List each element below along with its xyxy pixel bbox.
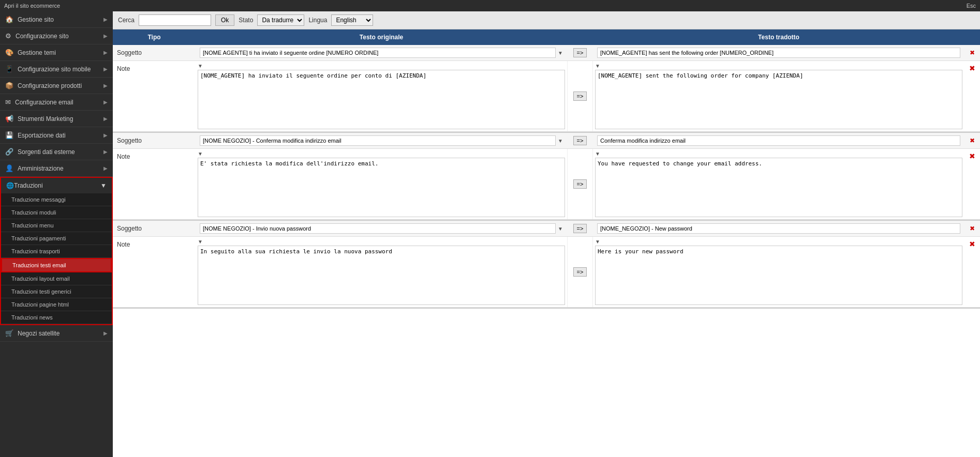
delete-subject-1[interactable]: ✖ — [964, 47, 980, 59]
marketing-icon: 📢 — [5, 115, 13, 123]
chevron-right-icon: ▶ — [103, 83, 108, 88]
col-tipo: Tipo — [113, 32, 196, 42]
chevron-down-icon[interactable]: ▼ — [558, 226, 563, 232]
sidebar-item-configurazione-sito-mobile[interactable]: 📱 Configurazione sito mobile ▶ — [0, 61, 113, 78]
lingua-label: Lingua — [308, 17, 327, 24]
note-orig-cell-3: ▼ In seguito alla sua richiesta le invio… — [196, 237, 567, 307]
email-icon: ✉ — [5, 98, 11, 106]
chevron-right-icon: ▶ — [103, 330, 108, 336]
sidebar-item-label: Configurazione sito — [16, 33, 69, 40]
table-body: Soggetto ▼ => ✖ Note — [113, 45, 980, 457]
sidebar-item-configurazione-sito[interactable]: ⚙ Configurazione sito ▶ — [0, 28, 113, 44]
traduzioni-sub-items: Traduzione messaggi Traduzioni moduli Tr… — [1, 193, 112, 324]
exit-label[interactable]: Esc — [967, 3, 976, 9]
traduzioni-header[interactable]: 🌐 Traduzioni ▼ — [1, 178, 112, 193]
lingua-select[interactable]: English Italiano Francese Tedesco — [331, 14, 373, 26]
subject-orig-input-2[interactable] — [200, 135, 556, 146]
sidebar-item-amministrazione[interactable]: 👤 Amministrazione ▶ — [0, 160, 113, 177]
note-orig-textarea-2[interactable]: E' stata richiesta la modifica dell'indi… — [198, 158, 565, 217]
chevron-right-icon: ▶ — [103, 165, 108, 171]
sidebar-item-configurazione-email[interactable]: ✉ Configurazione email ▶ — [0, 94, 113, 111]
sidebar-item-traduzione-messaggi[interactable]: Traduzione messaggi — [1, 193, 112, 206]
note-orig-textarea-3[interactable]: In seguito alla sua richiesta le invio l… — [198, 246, 565, 305]
sidebar-item-traduzioni-moduli[interactable]: Traduzioni moduli — [1, 206, 112, 219]
sidebar-item-traduzioni-menu[interactable]: Traduzioni menu — [1, 219, 112, 232]
content-area: Cerca Ok Stato Da tradurre Tradotto Tutt… — [113, 11, 980, 457]
subject-trans-cell-1 — [593, 45, 964, 60]
sorgenti-icon: 🔗 — [5, 148, 13, 156]
col-trans: Testo tradotto — [593, 32, 964, 42]
top-bar: Apri il sito ecommerce Esc — [0, 0, 980, 11]
delete-note-3[interactable]: ✖ — [964, 237, 980, 307]
note-trans-textarea-3[interactable]: Here is your new password — [595, 246, 962, 305]
sidebar-item-traduzioni-news[interactable]: Traduzioni news — [1, 311, 112, 324]
sidebar-item-strumenti-marketing[interactable]: 📢 Strumenti Marketing ▶ — [0, 111, 113, 127]
chevron-right-icon: ▶ — [103, 149, 108, 155]
delete-note-2[interactable]: ✖ — [964, 149, 980, 219]
sidebar-item-label: Configurazione sito mobile — [18, 66, 91, 73]
note-arrow-1: => — [567, 61, 593, 131]
sidebar-item-gestione-sito[interactable]: 🏠 Gestione sito ▶ — [0, 11, 113, 28]
app-title: Apri il sito ecommerce — [4, 3, 60, 9]
sidebar-item-traduzioni-testi-email[interactable]: Traduzioni testi email — [1, 258, 112, 272]
traduzioni-icon: 🌐 — [6, 182, 14, 189]
sidebar-item-label: Amministrazione — [18, 165, 64, 172]
chevron-down-icon[interactable]: ▼ — [558, 50, 563, 56]
table-header: Tipo Testo originale Testo tradotto — [113, 29, 980, 45]
chevron-down-icon: ▼ — [198, 63, 565, 69]
chevron-down-icon[interactable]: ▼ — [558, 138, 563, 144]
chevron-right-icon: ▶ — [103, 17, 108, 22]
mobile-icon: 📱 — [5, 65, 13, 73]
subject-orig-input-3[interactable] — [200, 223, 556, 234]
col-orig: Testo originale — [196, 32, 567, 42]
delete-subject-3[interactable]: ✖ — [964, 222, 980, 235]
note-orig-textarea-1[interactable]: [NOME_AGENTE] ha inviato il seguente ord… — [198, 70, 565, 129]
sidebar-item-label: Gestione sito — [18, 16, 54, 23]
gestione-temi-icon: 🎨 — [5, 49, 13, 56]
sidebar-item-traduzioni-pagamenti[interactable]: Traduzioni pagamenti — [1, 232, 112, 245]
sidebar-item-traduzioni-layout-email[interactable]: Traduzioni layout email — [1, 272, 112, 285]
sidebar: 🏠 Gestione sito ▶ ⚙ Configurazione sito … — [0, 11, 113, 457]
sidebar-item-negozi-satellite[interactable]: 🛒 Negozi satellite ▶ — [0, 325, 113, 342]
subject-trans-input-1[interactable] — [597, 48, 960, 58]
sidebar-item-traduzioni-pagine-html[interactable]: Traduzioni pagine html — [1, 298, 112, 311]
translate-subject-button-2[interactable]: => — [573, 136, 587, 145]
configurazione-sito-icon: ⚙ — [5, 32, 11, 40]
sidebar-item-label: Esportazione dati — [18, 132, 66, 139]
chevron-down-icon: ▼ — [595, 151, 962, 157]
ok-button[interactable]: Ok — [215, 14, 234, 26]
note-orig-cell-1: ▼ [NOME_AGENTE] ha inviato il seguente o… — [196, 61, 567, 131]
sidebar-item-label: Negozi satellite — [18, 330, 60, 337]
subject-trans-input-3[interactable] — [597, 223, 960, 234]
note-trans-textarea-1[interactable]: [NOME_AGENTE] sent the following order f… — [595, 70, 962, 129]
delete-note-1[interactable]: ✖ — [964, 61, 980, 131]
col-arrow-spacer — [567, 32, 593, 42]
sidebar-item-esportazione-dati[interactable]: 💾 Esportazione dati ▶ — [0, 127, 113, 144]
chevron-right-icon: ▶ — [103, 33, 108, 39]
sidebar-item-traduzioni-testi-generici[interactable]: Traduzioni testi generici — [1, 285, 112, 298]
sidebar-item-traduzioni-trasporti[interactable]: Traduzioni trasporti — [1, 245, 112, 258]
subject-orig-input-1[interactable] — [200, 48, 556, 58]
translate-note-button-3[interactable]: => — [573, 267, 587, 277]
translate-subject-button-1[interactable]: => — [573, 48, 587, 57]
translate-note-button-2[interactable]: => — [573, 179, 587, 189]
note-trans-cell-3: ▼ Here is your new password — [593, 237, 964, 307]
subject-label-1: Soggetto — [113, 47, 196, 59]
traduzioni-section: 🌐 Traduzioni ▼ Traduzione messaggi Tradu… — [0, 177, 113, 325]
note-row-1: Note ▼ [NOME_AGENTE] ha inviato il segue… — [113, 61, 980, 132]
note-label-2: Note — [113, 149, 196, 219]
sidebar-item-gestione-temi[interactable]: 🎨 Gestione temi ▶ — [0, 44, 113, 61]
subject-trans-input-2[interactable] — [597, 135, 960, 146]
sidebar-item-sorgenti-dati-esterne[interactable]: 🔗 Sorgenti dati esterne ▶ — [0, 144, 113, 160]
note-trans-textarea-2[interactable]: You have requested to change your email … — [595, 158, 962, 217]
sidebar-item-configurazione-prodotti[interactable]: 📦 Configurazione prodotti ▶ — [0, 78, 113, 94]
subject-row-1: Soggetto ▼ => ✖ — [113, 45, 980, 61]
sidebar-item-label: Gestione temi — [18, 49, 56, 56]
stato-select[interactable]: Da tradurre Tradotto Tutti — [257, 14, 304, 26]
translate-note-button-1[interactable]: => — [573, 92, 587, 101]
translate-subject-button-3[interactable]: => — [573, 224, 587, 233]
row-group-2: Soggetto ▼ => ✖ Note — [113, 133, 980, 221]
delete-subject-2[interactable]: ✖ — [964, 134, 980, 147]
search-input[interactable] — [139, 14, 211, 26]
note-label-3: Note — [113, 237, 196, 307]
